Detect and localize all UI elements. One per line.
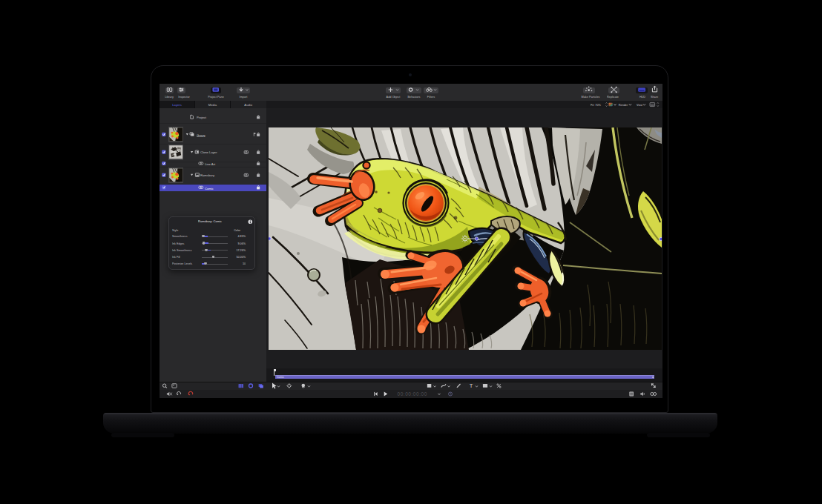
svg-text:00:00:00:00: 00:00:00:00	[398, 391, 427, 397]
svg-text:T: T	[470, 382, 473, 389]
